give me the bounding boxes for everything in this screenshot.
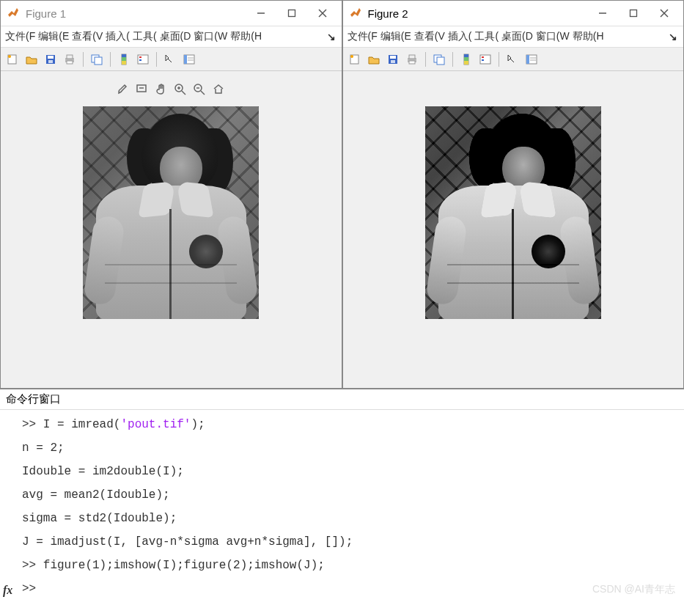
menu-overflow-icon[interactable]: ↘ (324, 31, 339, 43)
menu-file[interactable]: 文件(F (4, 29, 37, 45)
new-figure-icon[interactable] (4, 51, 21, 68)
code-string: 'pout.tif' (120, 418, 191, 431)
svg-rect-58 (526, 55, 529, 64)
svg-rect-42 (390, 56, 396, 59)
menu-overflow-icon[interactable]: ↘ (666, 31, 680, 43)
figure-window-1: Figure 1 文件(F 编辑(E 查看(V 插入( 工具( 桌面(D 窗口(… (0, 0, 342, 389)
code-line: n = 2; (22, 436, 684, 460)
save-icon[interactable] (384, 51, 402, 68)
minimize-button[interactable] (248, 3, 274, 23)
zoom-out-icon[interactable] (193, 83, 206, 99)
svg-point-40 (350, 55, 353, 58)
titlebar[interactable]: Figure 2 (343, 1, 684, 26)
svg-rect-36 (630, 10, 637, 17)
svg-rect-54 (482, 56, 484, 58)
menu-desktop[interactable]: 桌面(D (158, 29, 193, 45)
image-display-original (83, 106, 259, 319)
toolbar-separator (156, 52, 157, 67)
data-tips-icon[interactable] (136, 83, 149, 99)
svg-rect-1 (288, 10, 295, 17)
code-line: >> (22, 577, 684, 601)
svg-rect-16 (122, 57, 126, 61)
svg-rect-8 (48, 60, 53, 63)
svg-rect-55 (482, 59, 484, 61)
toolbar-separator (110, 52, 111, 67)
pan-icon[interactable] (155, 83, 168, 99)
svg-rect-15 (122, 54, 126, 57)
figure-window-2: Figure 2 文件(F 编辑(E 查看(V 插入( 工具( 桌面(D 窗口(… (342, 0, 685, 389)
code-text: >> I = imread( (22, 418, 120, 431)
titlebar[interactable]: Figure 1 (1, 1, 342, 26)
close-button[interactable] (309, 3, 336, 23)
svg-rect-13 (95, 57, 102, 65)
svg-line-56 (510, 59, 514, 62)
menu-desktop[interactable]: 桌面(D (500, 29, 534, 45)
code-line: >> figure(1);imshow(I);figure(2);imshow(… (22, 554, 684, 577)
svg-rect-7 (48, 56, 54, 59)
menu-tools[interactable]: 工具( (131, 29, 158, 45)
link-axes-icon[interactable] (430, 51, 448, 68)
figure-canvas[interactable] (343, 71, 684, 388)
watermark: CSDN @AI青年志 (592, 579, 675, 599)
menu-view[interactable]: 查看(V (70, 29, 104, 45)
svg-rect-51 (464, 57, 468, 61)
close-button[interactable] (651, 3, 677, 23)
open-property-inspector-icon[interactable] (523, 51, 540, 68)
menu-tools[interactable]: 工具( (473, 29, 500, 45)
svg-rect-11 (67, 61, 73, 64)
link-axes-icon[interactable] (88, 51, 106, 68)
svg-line-21 (168, 59, 172, 62)
svg-rect-45 (409, 55, 415, 59)
edit-plot-icon[interactable] (504, 51, 521, 68)
svg-line-29 (182, 91, 185, 95)
edit-plot-icon[interactable] (161, 51, 179, 68)
toolbar-separator (425, 52, 426, 67)
menu-help[interactable]: 帮助(H (571, 29, 606, 45)
svg-rect-52 (464, 61, 468, 65)
fx-icon[interactable]: fx (3, 579, 12, 602)
menu-window[interactable]: 窗口(W (534, 29, 571, 45)
toolbar-separator (83, 52, 84, 67)
image-display-adjusted (425, 106, 601, 319)
toolbar-separator (452, 52, 453, 67)
code-line: >> I = imread('pout.tif'); (22, 413, 684, 436)
zoom-in-icon[interactable] (174, 83, 187, 99)
brush-icon[interactable] (117, 83, 130, 99)
code-line: sigma = std2(Idouble); (22, 507, 684, 530)
svg-rect-48 (437, 57, 444, 65)
menu-insert[interactable]: 插入( (446, 29, 474, 45)
minimize-button[interactable] (589, 3, 616, 23)
insert-legend-icon[interactable] (134, 51, 152, 68)
restore-view-icon[interactable] (212, 83, 225, 99)
new-figure-icon[interactable] (346, 51, 364, 68)
insert-colorbar-icon[interactable] (115, 51, 133, 68)
menu-window[interactable]: 窗口(W (192, 29, 229, 45)
toolbar-separator (499, 52, 499, 67)
svg-rect-50 (464, 54, 468, 57)
maximize-button[interactable] (279, 3, 305, 23)
command-window-body[interactable]: >> I = imread('pout.tif'); n = 2; Idoubl… (0, 410, 684, 608)
insert-colorbar-icon[interactable] (457, 51, 475, 68)
print-icon[interactable] (61, 51, 78, 68)
command-window: 命令行窗口 >> I = imread('pout.tif'); n = 2; … (0, 389, 684, 608)
menu-insert[interactable]: 插入( (104, 29, 131, 45)
maximize-button[interactable] (620, 3, 647, 23)
figure-canvas[interactable] (1, 71, 342, 388)
toolbar (343, 48, 684, 71)
menu-help[interactable]: 帮助(H (229, 29, 263, 45)
command-window-title: 命令行窗口 (0, 389, 684, 410)
svg-line-33 (201, 91, 205, 95)
save-icon[interactable] (42, 51, 59, 68)
insert-legend-icon[interactable] (477, 51, 494, 68)
open-property-inspector-icon[interactable] (180, 51, 198, 68)
menu-edit[interactable]: 编辑(E (379, 29, 413, 45)
menu-file[interactable]: 文件(F (346, 29, 379, 45)
window-title: Figure 2 (367, 7, 586, 20)
print-icon[interactable] (403, 51, 421, 68)
menu-view[interactable]: 查看(V (413, 29, 446, 45)
open-icon[interactable] (23, 51, 40, 68)
matlab-logo-icon (349, 6, 362, 21)
matlab-logo-icon (7, 6, 20, 21)
open-icon[interactable] (365, 51, 383, 68)
menu-edit[interactable]: 编辑(E (37, 29, 70, 45)
